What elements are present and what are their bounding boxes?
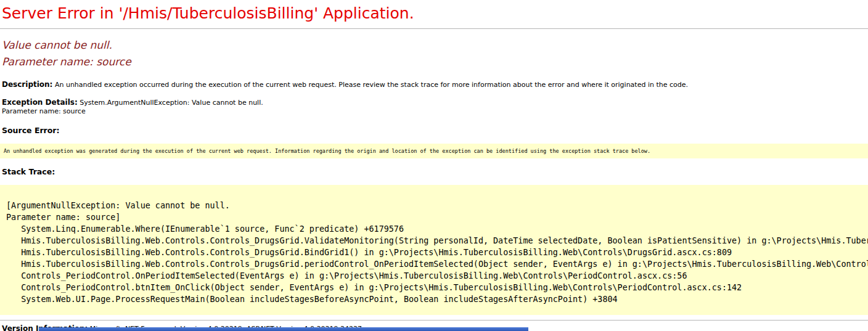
exception-details-row: Exception Details: System.ArgumentNullEx… [0,98,868,116]
source-error-text: An unhandled exception was generated dur… [4,148,864,154]
source-error-box: An unhandled exception was generated dur… [0,144,868,158]
bottom-blue-bar [39,327,528,331]
stack-trace-text: [ArgumentNullException: Value cannot be … [6,200,868,305]
source-error-heading: Source Error: [0,126,868,135]
title-rule [0,28,868,29]
page-title: Server Error in '/Hmis/TuberculosisBilli… [0,4,868,23]
stack-trace-box: [ArgumentNullException: Value cannot be … [0,185,868,315]
description-text: An unhandled exception occurred during t… [55,81,688,89]
error-subtitle-line1: Value cannot be null. [2,39,112,51]
error-subtitle: Value cannot be null.Parameter name: sou… [0,37,868,70]
footer-rule [0,320,868,321]
description-row: Description: An unhandled exception occu… [0,80,868,89]
stack-trace-heading: Stack Trace: [0,167,868,176]
exception-details-text: System.ArgumentNullException: Value cann… [80,99,263,107]
exception-details-label: Exception Details: [2,98,78,107]
error-subtitle-line2: Parameter name: source [2,55,131,68]
exception-details-param: Parameter name: source [2,107,86,115]
description-label: Description: [2,80,52,89]
